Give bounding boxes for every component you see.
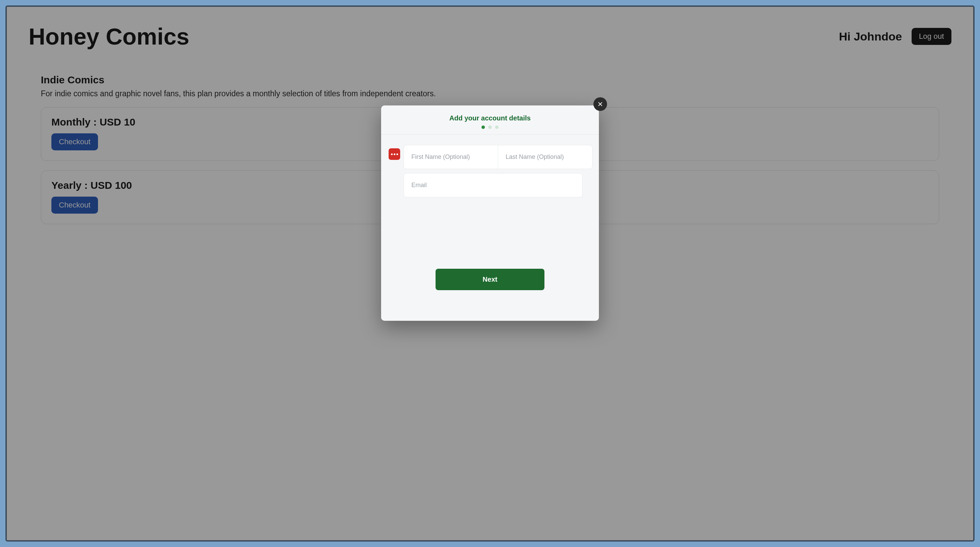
- step-dot-3: [495, 126, 498, 129]
- step-indicator: [388, 126, 592, 129]
- modal-body: [381, 135, 599, 269]
- modal-close-button[interactable]: [593, 97, 607, 111]
- account-details-modal: Add your account details: [381, 105, 599, 321]
- name-fields-row: [404, 145, 582, 169]
- modal-overlay[interactable]: Add your account details: [7, 7, 973, 540]
- last-name-input[interactable]: [498, 145, 592, 169]
- modal-header: Add your account details: [381, 105, 599, 135]
- step-dot-1: [482, 126, 485, 129]
- email-field-row: [404, 173, 582, 197]
- app-window: Honey Comics Hi Johndoe Log out Indie Co…: [5, 5, 975, 542]
- modal-title: Add your account details: [388, 114, 592, 122]
- step-dot-2: [488, 126, 492, 129]
- next-button[interactable]: Next: [436, 269, 544, 290]
- email-input[interactable]: [404, 173, 582, 197]
- close-icon: [598, 101, 603, 107]
- password-manager-icon[interactable]: [388, 148, 400, 160]
- first-name-input[interactable]: [404, 145, 498, 169]
- modal-footer: Next: [381, 269, 599, 321]
